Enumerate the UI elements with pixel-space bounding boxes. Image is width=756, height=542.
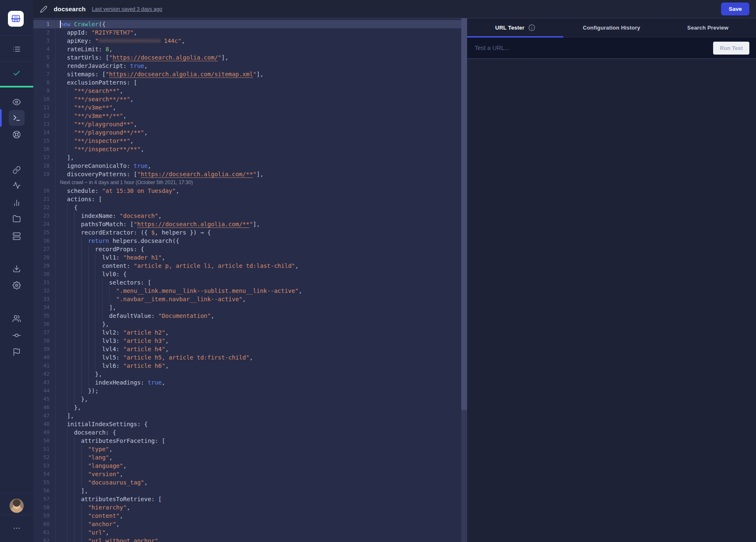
code-line[interactable]: 5 startUrls: ["https://docsearch.algolia… [33, 53, 461, 62]
code-line[interactable]: 45 }, [33, 395, 461, 403]
code-line[interactable]: 7 sitemaps: ["https://docsearch.algolia.… [33, 70, 461, 78]
code-line[interactable]: 51 "type", [33, 445, 461, 453]
code-line[interactable]: 28 lvl1: "header h1", [33, 253, 461, 262]
code-line[interactable]: 23 indexName: "docsearch", [33, 212, 461, 220]
code-line[interactable]: 14 "**/playground**/**", [33, 128, 461, 137]
sidebar-item-git-commit[interactable] [0, 331, 33, 340]
sidebar-item-download[interactable] [0, 265, 33, 273]
code-line[interactable]: 61 "url", [33, 528, 461, 537]
code-line[interactable]: 54 "version", [33, 470, 461, 478]
code-line[interactable]: 27 recordProps: { [33, 245, 461, 253]
code-line[interactable]: 38 lvl3: "article h3", [33, 337, 461, 345]
sidebar-item-activity[interactable] [0, 181, 33, 190]
code-line[interactable]: 22 { [33, 203, 461, 212]
code-line[interactable]: 44 }); [33, 387, 461, 395]
url-test-input[interactable] [474, 44, 713, 52]
sidebar-progress-bar [0, 86, 33, 87]
code-line[interactable]: 48 initialIndexSettings: { [33, 420, 461, 428]
code-line[interactable]: 24 pathsToMatch: ["https://docsearch.alg… [33, 220, 461, 228]
code-line[interactable]: 62 "url_without_anchor", [33, 537, 461, 542]
edit-name-icon[interactable] [40, 5, 47, 13]
code-line[interactable]: 35 defaultValue: "Documentation", [33, 312, 461, 320]
code-line[interactable]: 13 "**/playground**", [33, 120, 461, 128]
code-line[interactable]: 52 "lang", [33, 453, 461, 462]
code-line[interactable]: 3 apiKey: "•••••••••••••••••••• 144c", [33, 37, 461, 45]
tab-label: Search Preview [687, 25, 729, 31]
sidebar-item-gear[interactable] [0, 281, 33, 290]
code-line[interactable]: 30 lvl0: { [33, 270, 461, 278]
code-line[interactable]: 37 lvl2: "article h2", [33, 328, 461, 337]
code-line[interactable]: 42 }, [33, 370, 461, 378]
sidebar-item-check[interactable] [0, 69, 33, 77]
code-line[interactable]: 6 renderJavaScript: true, [33, 62, 461, 70]
code-line[interactable]: 10 "**/search**/**", [33, 95, 461, 103]
editor-scrollbar-thumb[interactable] [461, 18, 467, 410]
code-line[interactable]: 56 ], [33, 487, 461, 495]
sidebar-item-users[interactable] [0, 315, 33, 323]
info-icon[interactable] [528, 24, 535, 31]
code-line[interactable]: 36 }, [33, 320, 461, 328]
code-line[interactable]: 26 return helpers.docsearch({ [33, 237, 461, 245]
code-line[interactable]: 18 ignoreCanonicalTo: true, [33, 162, 461, 170]
tab-label: Configuration History [583, 25, 640, 31]
code-line[interactable]: 34 ], [33, 303, 461, 312]
code-line[interactable]: 19 discoveryPatterns: ["https://docsearc… [33, 170, 461, 178]
sidebar-item-link[interactable] [0, 166, 33, 174]
code-line[interactable]: 32 ".menu__link.menu__link--sublist.menu… [33, 287, 461, 295]
tab-search-preview[interactable]: Search Preview [660, 18, 756, 37]
run-test-button[interactable]: Run Test [713, 42, 749, 55]
line-number: 35 [33, 312, 55, 320]
code-line[interactable]: 12 "**/v3me**/**", [33, 112, 461, 120]
tab-configuration-history[interactable]: Configuration History [563, 18, 659, 37]
code-line[interactable]: 43 indexHeadings: true, [33, 378, 461, 387]
sidebar-item-flag[interactable] [0, 348, 33, 356]
code-line[interactable]: 31 selectors: [ [33, 278, 461, 287]
code-line[interactable]: 2 appId: "R2IYF7ETH7", [33, 28, 461, 37]
code-line[interactable]: 17 ], [33, 153, 461, 162]
tab-url-tester[interactable]: URL Tester [467, 18, 563, 37]
code-line[interactable]: 21 actions: [ [33, 195, 461, 203]
code-line[interactable]: 25 recordExtractor: ({ $, helpers }) ⇒ { [33, 228, 461, 237]
editor-scrollbar[interactable] [461, 18, 467, 542]
redacted-api-key: •••••••••••••••••••• [99, 37, 161, 44]
code-line[interactable]: 50 attributesForFaceting: [ [33, 437, 461, 445]
last-saved-link[interactable]: Last version saved 3 days ago [92, 6, 162, 12]
code-line[interactable]: 33 ".navbar__item.navbar__link--active", [33, 295, 461, 303]
code-line[interactable]: 57 attributesToRetrieve: [ [33, 495, 461, 503]
code-line[interactable]: 11 "**/v3me**", [33, 103, 461, 112]
code-line[interactable]: 59 "content", [33, 512, 461, 520]
sidebar-item-folder[interactable] [0, 215, 33, 223]
code-line[interactable]: 47 ], [33, 412, 461, 420]
crawler-logo[interactable] [8, 11, 24, 27]
code-line[interactable]: 55 "docusaurus_tag", [33, 478, 461, 487]
code-line[interactable]: 1new Crawler({ [33, 20, 461, 28]
code-line[interactable]: 40 lvl5: "article h5, article td:first-c… [33, 353, 461, 362]
code-line[interactable]: 46 }, [33, 403, 461, 412]
sidebar-item-eye[interactable] [0, 98, 33, 106]
code-line[interactable]: 49 docsearch: { [33, 428, 461, 437]
sidebar-item-server[interactable] [0, 232, 33, 240]
code-line[interactable]: 53 "language", [33, 462, 461, 470]
code-line[interactable]: 16 "**/inspector**/**", [33, 145, 461, 153]
code-editor[interactable]: 1new Crawler({2 appId: "R2IYF7ETH7",3 ap… [33, 18, 461, 542]
code-line[interactable]: 4 rateLimit: 8, [33, 45, 461, 53]
sidebar-item-life-buoy[interactable] [0, 130, 33, 139]
code-line[interactable]: 29 content: "article p, article li, arti… [33, 262, 461, 270]
line-number: 55 [33, 478, 55, 487]
code-line[interactable]: 58 "hierarchy", [33, 503, 461, 512]
user-avatar[interactable] [10, 499, 24, 513]
code-line[interactable]: 8 exclusionPatterns: [ [33, 78, 461, 87]
code-line[interactable]: 15 "**/inspector**", [33, 137, 461, 145]
code-line[interactable]: 20 schedule: "at 15:30 on Tuesday", [33, 187, 461, 195]
code-line[interactable]: 41 lvl6: "article h6", [33, 362, 461, 370]
line-number: 44 [33, 387, 55, 395]
line-number: 14 [33, 128, 55, 137]
sidebar-item-bar-chart[interactable] [0, 199, 33, 207]
code-line[interactable]: 9 "**/search**", [33, 87, 461, 95]
more-options-icon[interactable] [12, 524, 21, 532]
code-line[interactable]: 39 lvl4: "article h4", [33, 345, 461, 353]
sidebar-item-terminal[interactable] [0, 114, 33, 122]
sidebar-item-list[interactable] [0, 45, 33, 53]
code-line[interactable]: 60 "anchor", [33, 520, 461, 528]
save-button[interactable]: Save [721, 2, 749, 15]
